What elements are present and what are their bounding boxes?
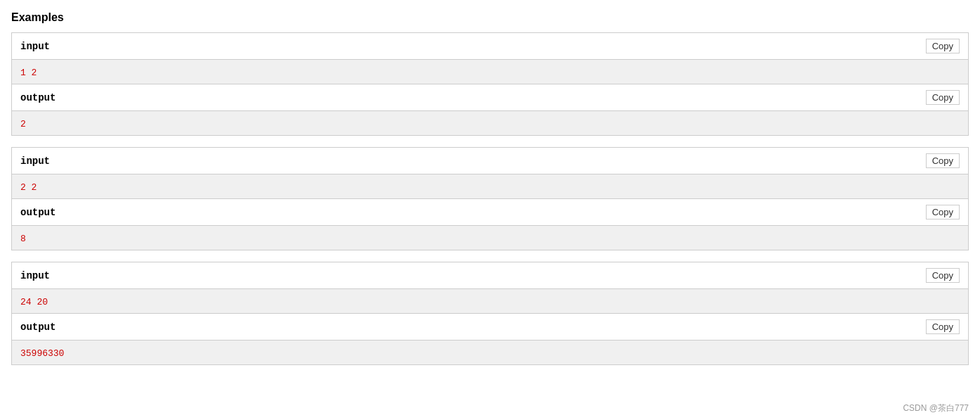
example-group-2: inputCopy2 2outputCopy8 <box>11 147 969 250</box>
output-label-1: output <box>20 92 56 103</box>
example-group-3: inputCopy24 20outputCopy35996330 <box>11 262 969 365</box>
input-value-block-2: 2 2 <box>12 174 968 198</box>
output-header-3: outputCopy <box>12 313 968 341</box>
input-label-1: input <box>20 41 50 52</box>
input-label-3: input <box>20 270 50 281</box>
example-group-1: inputCopy1 2outputCopy2 <box>11 32 969 136</box>
output-value-block-2: 8 <box>12 226 968 250</box>
output-value-block-3: 35996330 <box>12 341 968 364</box>
page-title: Examples <box>11 11 969 24</box>
output-value-block-1: 2 <box>12 111 968 135</box>
input-label-2: input <box>20 155 50 167</box>
watermark: CSDN @茶白777 <box>903 402 969 414</box>
input-copy-button-2[interactable]: Copy <box>926 153 960 168</box>
input-value-block-3: 24 20 <box>12 289 968 313</box>
output-value-1: 2 <box>20 119 26 129</box>
output-copy-button-3[interactable]: Copy <box>926 319 960 334</box>
input-header-1: inputCopy <box>12 33 968 60</box>
input-value-3: 24 20 <box>20 297 48 307</box>
output-header-1: outputCopy <box>12 84 968 111</box>
output-copy-button-1[interactable]: Copy <box>926 90 960 105</box>
output-copy-button-2[interactable]: Copy <box>926 205 960 219</box>
input-value-block-1: 1 2 <box>12 60 968 84</box>
output-header-2: outputCopy <box>12 198 968 226</box>
output-label-3: output <box>20 322 56 333</box>
examples-container: inputCopy1 2outputCopy2inputCopy2 2outpu… <box>11 32 969 365</box>
input-value-1: 1 2 <box>20 68 37 78</box>
input-header-3: inputCopy <box>12 262 968 289</box>
input-copy-button-1[interactable]: Copy <box>926 39 960 53</box>
input-copy-button-3[interactable]: Copy <box>926 268 960 283</box>
output-value-2: 8 <box>20 234 26 244</box>
output-label-2: output <box>20 207 56 218</box>
input-header-2: inputCopy <box>12 148 968 174</box>
output-value-3: 35996330 <box>20 348 64 359</box>
input-value-2: 2 2 <box>20 182 37 193</box>
